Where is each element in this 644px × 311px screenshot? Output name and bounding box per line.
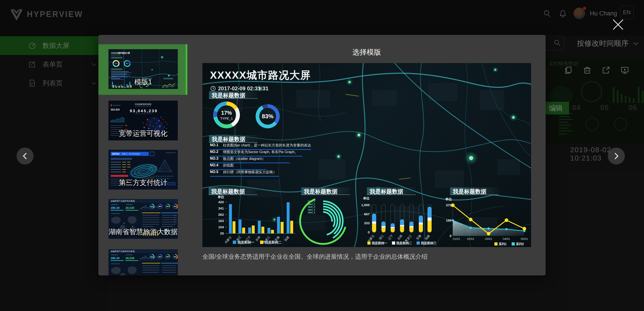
svg-text:188: 188 bbox=[446, 218, 452, 222]
svg-text:label_5: label_5 bbox=[308, 211, 315, 214]
svg-text:1,000: 1,000 bbox=[361, 203, 370, 207]
svg-text:28%: 28% bbox=[158, 206, 161, 207]
thumb-title: 金融投资产品购买转化看板 bbox=[111, 250, 135, 252]
template-label: 宽带运营可视化 bbox=[108, 129, 178, 138]
svg-text:我是图例一: 我是图例一 bbox=[372, 241, 387, 245]
ranking-item: NO.3散点图（scatter diagram） bbox=[210, 156, 290, 163]
line-chart: 单位375188001/0102/0103/0104/0105/01系列1系列2 bbox=[444, 194, 530, 247]
svg-text:41%: 41% bbox=[150, 256, 153, 258]
thumb-brand: DATAU bbox=[112, 153, 120, 155]
chevron-left-icon bbox=[22, 152, 28, 160]
template-preview-image: XXXXX城市路况大屏 2017-02-09 02:31:31 我是标题数据 我… bbox=[202, 63, 531, 247]
preview-dashboard-title: XXXXX城市路况大屏 bbox=[210, 68, 311, 82]
svg-text:104: 104 bbox=[218, 225, 224, 229]
donut-83-text: 83% bbox=[256, 104, 280, 128]
thumb-title: XX品牌实时舆情 bbox=[135, 103, 151, 106]
svg-text:系列2: 系列2 bbox=[516, 242, 524, 246]
svg-text:福建: 福建 bbox=[424, 234, 430, 240]
grouped-bar-chart: 单位42034126218310425内蒙古浙江辽宁吉林黑龙江安徽福建我是图例一… bbox=[206, 194, 296, 247]
modal-title: 选择模版 bbox=[202, 48, 531, 57]
svg-text:420: 420 bbox=[218, 200, 224, 204]
clock-icon bbox=[210, 86, 216, 91]
template-description: 全国/全球业务态势适用于企业在全国、全球的进展情况，适用于企业的总体概况介绍 bbox=[202, 253, 428, 261]
svg-text:04/01: 04/01 bbox=[503, 237, 510, 240]
thumb-big-number: 93,045,239 bbox=[130, 109, 158, 113]
svg-text:我是图例三: 我是图例三 bbox=[420, 241, 436, 245]
thumb-donut2-value: 83% bbox=[126, 63, 129, 64]
section-header: 我是标题数据 bbox=[209, 135, 258, 143]
thumb-gauges: 41%28%29%44% bbox=[150, 254, 177, 259]
ranking-item: NO.4折线图 bbox=[210, 163, 266, 170]
template-item-2[interactable]: XX品牌实时舆情 93,045,239 322,424 bbox=[108, 100, 178, 140]
template-thumbnail: 金融投资产品购买转化看板 285.30 28,536 41%28%29%44% bbox=[108, 249, 178, 276]
svg-text:05/01: 05/01 bbox=[521, 237, 528, 240]
template-item-1[interactable]: XXXXX城市路况大屏 17% 83% bbox=[108, 49, 178, 89]
next-template-button[interactable] bbox=[608, 148, 625, 164]
ranking-item: NO.1柱状图(bar chart)，是一种以长方形的长度为变量的表达 bbox=[210, 143, 311, 150]
svg-text:0: 0 bbox=[450, 234, 452, 238]
svg-text:浙江: 浙江 bbox=[378, 234, 384, 240]
template-item-4[interactable]: 金融投资产品购买转化看板 285.30 28,530 41%28%29%44% bbox=[108, 199, 178, 239]
svg-text:667: 667 bbox=[364, 212, 370, 216]
donut-17-text: 17% TYPE_1 bbox=[213, 102, 240, 128]
template-label: 模版1 bbox=[108, 77, 178, 87]
svg-text:系列1: 系列1 bbox=[498, 242, 507, 246]
template-label: 第三方支付统计 bbox=[108, 178, 178, 187]
thumb-number-1: 285.30 bbox=[111, 256, 120, 260]
thumb-number-2: 28,530 bbox=[126, 206, 134, 210]
section-header: 我是标题数据 bbox=[209, 91, 258, 99]
svg-text:单位: 单位 bbox=[445, 197, 452, 201]
svg-text:25: 25 bbox=[220, 232, 224, 235]
svg-text:我是图例二: 我是图例二 bbox=[396, 241, 412, 245]
svg-text:吉林: 吉林 bbox=[397, 234, 403, 240]
svg-text:我是图例二: 我是图例二 bbox=[264, 240, 282, 244]
svg-text:我是图例一: 我是图例一 bbox=[237, 240, 254, 244]
svg-text:内蒙古: 内蒙古 bbox=[224, 235, 232, 244]
svg-text:28%: 28% bbox=[158, 256, 161, 258]
preview-timestamp: 2017-02-09 02:31:31 bbox=[210, 86, 268, 92]
template-item-5[interactable]: 金融投资产品购买转化看板 285.30 28,536 41%28%29%44% bbox=[108, 249, 178, 276]
svg-text:41%: 41% bbox=[150, 206, 153, 207]
thumb-number-2: 28,536 bbox=[126, 256, 134, 260]
svg-text:262: 262 bbox=[218, 212, 224, 216]
svg-text:44%: 44% bbox=[174, 256, 176, 258]
template-select-modal: 选择模版 bbox=[98, 35, 546, 276]
svg-text:03/01: 03/01 bbox=[485, 237, 492, 240]
section-header: 我是标题数据 bbox=[209, 187, 258, 195]
ranking-item: NO.2饼图英文学名为Sector Graph, 有名Pie Graph。 bbox=[210, 150, 302, 156]
radial-arc-chart: label_1label_2label_3label_4label_5 bbox=[298, 194, 363, 247]
ranking-item: NO.5排行榜（同类事物客观实力反映） bbox=[210, 170, 279, 177]
template-label: 湖南省智慧旅游大数据 bbox=[108, 227, 178, 236]
svg-text:333: 333 bbox=[364, 221, 370, 225]
thumb-side-number: 322,424 bbox=[111, 108, 120, 111]
section-header: 我是标题数据 bbox=[450, 187, 499, 195]
selected-template-accent-bar bbox=[186, 44, 188, 95]
close-button[interactable] bbox=[612, 18, 624, 31]
svg-text:29%: 29% bbox=[166, 256, 169, 258]
svg-text:label_3: label_3 bbox=[308, 206, 315, 208]
svg-text:183: 183 bbox=[218, 219, 224, 223]
svg-text:label_4: label_4 bbox=[308, 208, 315, 211]
radar-chart-graphic bbox=[158, 160, 172, 172]
pill-bar-chart: 单位1,0006673330内蒙古浙江辽宁吉林黑龙江安徽福建我是图例一我是图例二… bbox=[358, 194, 444, 247]
svg-text:02/01: 02/01 bbox=[467, 237, 474, 240]
svg-text:安徽: 安徽 bbox=[416, 234, 422, 240]
svg-text:0: 0 bbox=[368, 230, 370, 234]
svg-text:单位: 单位 bbox=[218, 195, 224, 199]
chevron-right-icon bbox=[613, 152, 620, 160]
thumb-gauges: 41%28%29%44% bbox=[150, 204, 177, 208]
template-item-3[interactable]: DATAU 智慧工厂运行状态监控 bbox=[108, 150, 178, 190]
thumb-title: 金融投资产品购买转化看板 bbox=[111, 200, 135, 202]
thumb-donut1-value: 17% bbox=[115, 63, 118, 64]
thumb-title: XXXXX城市路况大屏 bbox=[111, 52, 130, 54]
svg-text:44%: 44% bbox=[174, 206, 176, 207]
previous-template-button[interactable] bbox=[16, 148, 34, 164]
svg-text:29%: 29% bbox=[166, 206, 169, 207]
thumb-number-1: 285.30 bbox=[111, 206, 120, 210]
svg-text:01/01: 01/01 bbox=[453, 237, 460, 240]
svg-text:375: 375 bbox=[446, 203, 452, 207]
svg-text:福建: 福建 bbox=[283, 235, 290, 242]
svg-text:单位: 单位 bbox=[363, 196, 370, 200]
svg-text:341: 341 bbox=[218, 206, 224, 210]
svg-text:辽宁: 辽宁 bbox=[387, 234, 394, 240]
